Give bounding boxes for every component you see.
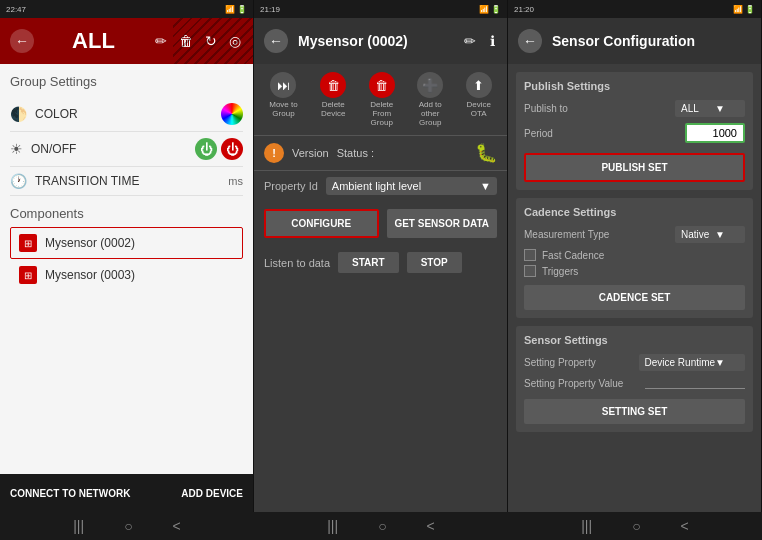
screen1-nav: ||| ○ <: [0, 512, 254, 540]
bottom-bar: CONNECT TO NETWORK ADD DEVICE: [0, 474, 253, 512]
measurement-type-dropdown[interactable]: Native ▼: [675, 226, 745, 243]
setting-property-value: Device Runtime: [645, 357, 716, 368]
delete-from-group-icon: 🗑: [369, 72, 395, 98]
edit-icon[interactable]: ✏: [153, 31, 169, 51]
color-setting-row: 🌓 COLOR: [10, 97, 243, 132]
action-buttons: CONFIGURE GET SENSOR DATA: [254, 201, 507, 246]
publish-to-value: ALL: [681, 103, 699, 114]
screen1-icons: 📶 🔋: [225, 5, 247, 14]
onoff-setting-row: ☀ ON/OFF ⏻ ⏻: [10, 132, 243, 167]
group-settings-title: Group Settings: [10, 74, 243, 89]
setting-property-value-row: Setting Property Value: [524, 377, 745, 389]
dropdown-arrow: ▼: [480, 180, 491, 192]
setting-property-value-label: Setting Property Value: [524, 378, 623, 389]
screen3-status-bar: 21:20 📶 🔋: [508, 0, 761, 18]
target-icon[interactable]: ◎: [227, 31, 243, 51]
setting-property-value-input[interactable]: [645, 377, 745, 389]
stop-button[interactable]: STOP: [407, 252, 462, 273]
setting-property-dropdown[interactable]: Device Runtime ▼: [639, 354, 746, 371]
screen2-back-icon[interactable]: <: [427, 518, 435, 534]
screen2-menu-icon[interactable]: |||: [327, 518, 338, 534]
move-to-group-label: Move toGroup: [269, 101, 297, 119]
connect-network-button[interactable]: CONNECT TO NETWORK: [10, 488, 130, 499]
add-to-group-label: Add tootherGroup: [419, 101, 442, 127]
move-to-group-icon: ⏭: [270, 72, 296, 98]
publish-to-dropdown[interactable]: ALL ▼: [675, 100, 745, 117]
screen3-time: 21:20: [514, 5, 534, 14]
setting-property-label: Setting Property: [524, 357, 596, 368]
delete-icon[interactable]: 🗑: [177, 31, 195, 51]
color-wheel[interactable]: [221, 103, 243, 125]
device-ota-icon: ⬆: [466, 72, 492, 98]
screen3-menu-icon[interactable]: |||: [581, 518, 592, 534]
screen3-back-icon[interactable]: <: [681, 518, 689, 534]
power-off-btn[interactable]: ⏻: [221, 138, 243, 160]
bug-icon: 🐛: [475, 142, 497, 164]
back-button[interactable]: ←: [10, 29, 34, 53]
onoff-label: ON/OFF: [31, 142, 76, 156]
screen3-home-icon[interactable]: ○: [632, 518, 640, 534]
refresh-icon[interactable]: ↻: [203, 31, 219, 51]
property-id-label: Property Id: [264, 180, 318, 192]
publish-settings-section: Publish Settings Publish to ALL ▼ Period…: [516, 72, 753, 190]
property-row: Property Id Ambient light level ▼: [254, 171, 507, 201]
get-sensor-data-button[interactable]: GET SENSOR DATA: [387, 209, 498, 238]
measurement-type-row: Measurement Type Native ▼: [524, 226, 745, 243]
screen2-icons: 📶 🔋: [479, 5, 501, 14]
publish-to-label: Publish to: [524, 103, 568, 114]
screen3-icons: 📶 🔋: [733, 5, 755, 14]
version-row: ! Version Status : 🐛: [254, 136, 507, 171]
screen2-home-icon[interactable]: ○: [378, 518, 386, 534]
publish-to-row: Publish to ALL ▼: [524, 100, 745, 117]
add-device-button[interactable]: ADD DEVICE: [181, 488, 243, 499]
screen1-home-icon[interactable]: ○: [124, 518, 132, 534]
transition-setting-row: 🕐 TRANSITION TIME ms: [10, 167, 243, 196]
measurement-dropdown-arrow: ▼: [715, 229, 725, 240]
measurement-type-value: Native: [681, 229, 709, 240]
move-to-group-tool[interactable]: ⏭ Move toGroup: [269, 72, 297, 127]
fast-cadence-label: Fast Cadence: [542, 250, 604, 261]
cadence-settings-section: Cadence Settings Measurement Type Native…: [516, 198, 753, 318]
property-dropdown[interactable]: Ambient light level ▼: [326, 177, 497, 195]
setting-set-button[interactable]: SETTING SET: [524, 399, 745, 424]
screen2-status-bar: 21:19 📶 🔋: [254, 0, 507, 18]
status-label: Status :: [337, 147, 374, 159]
property-value: Ambient light level: [332, 180, 421, 192]
fast-cadence-checkbox[interactable]: [524, 249, 536, 261]
screen2-edit-icon[interactable]: ✏: [462, 31, 478, 51]
power-on-btn[interactable]: ⏻: [195, 138, 217, 160]
triggers-row: Triggers: [524, 265, 745, 277]
delete-from-group-tool[interactable]: 🗑 DeleteFromGroup: [369, 72, 395, 127]
component-item-0002[interactable]: ⊞ Mysensor (0002): [10, 227, 243, 259]
configure-button[interactable]: CONFIGURE: [264, 209, 379, 238]
screen3-title: Sensor Configuration: [552, 33, 695, 49]
triggers-label: Triggers: [542, 266, 578, 277]
screen3-nav: ||| ○ <: [508, 512, 762, 540]
screen1-menu-icon[interactable]: |||: [73, 518, 84, 534]
delete-device-tool[interactable]: 🗑 DeleteDevice: [320, 72, 346, 127]
add-to-group-tool[interactable]: ➕ Add tootherGroup: [417, 72, 443, 127]
cadence-set-button[interactable]: CADENCE SET: [524, 285, 745, 310]
screen2-info-icon[interactable]: ℹ: [488, 31, 497, 51]
period-label: Period: [524, 128, 553, 139]
device-ota-label: DeviceOTA: [466, 101, 490, 119]
screen1-back-icon[interactable]: <: [173, 518, 181, 534]
period-input[interactable]: [685, 123, 745, 143]
cadence-settings-title: Cadence Settings: [524, 206, 745, 218]
start-button[interactable]: START: [338, 252, 399, 273]
component-item-0003[interactable]: ⊞ Mysensor (0003): [10, 259, 243, 291]
component-name-0002: Mysensor (0002): [45, 236, 135, 250]
publish-set-button[interactable]: PUBLISH SET: [524, 153, 745, 182]
screen1-header: ← ALL ✏ 🗑 ↻ ◎: [0, 18, 253, 64]
measurement-type-label: Measurement Type: [524, 229, 609, 240]
device-ota-tool[interactable]: ⬆ DeviceOTA: [466, 72, 492, 127]
ms-suffix: ms: [228, 175, 243, 187]
setting-property-row: Setting Property Device Runtime ▼: [524, 354, 745, 371]
listen-row: Listen to data START STOP: [254, 246, 507, 279]
screen3-back-button[interactable]: ←: [518, 29, 542, 53]
screen2-back-button[interactable]: ←: [264, 29, 288, 53]
triggers-checkbox[interactable]: [524, 265, 536, 277]
fast-cadence-row: Fast Cadence: [524, 249, 745, 261]
sensor-settings-section: Sensor Settings Setting Property Device …: [516, 326, 753, 432]
screen1-status-bar: 22:47 📶 🔋: [0, 0, 253, 18]
